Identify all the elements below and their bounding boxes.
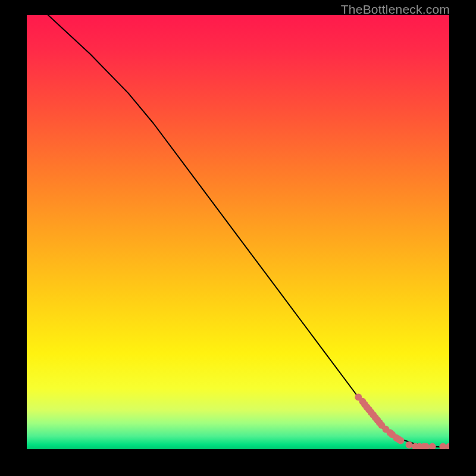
svg-point-23 xyxy=(439,443,446,449)
curve-line xyxy=(48,15,450,447)
svg-point-24 xyxy=(446,443,449,449)
plot-area xyxy=(27,15,449,449)
chart-frame: TheBottleneck.com xyxy=(0,0,476,476)
svg-point-22 xyxy=(429,443,436,449)
chart-svg xyxy=(27,15,449,449)
svg-point-17 xyxy=(406,441,413,449)
svg-point-16 xyxy=(397,437,404,444)
points-scatter xyxy=(355,393,449,449)
